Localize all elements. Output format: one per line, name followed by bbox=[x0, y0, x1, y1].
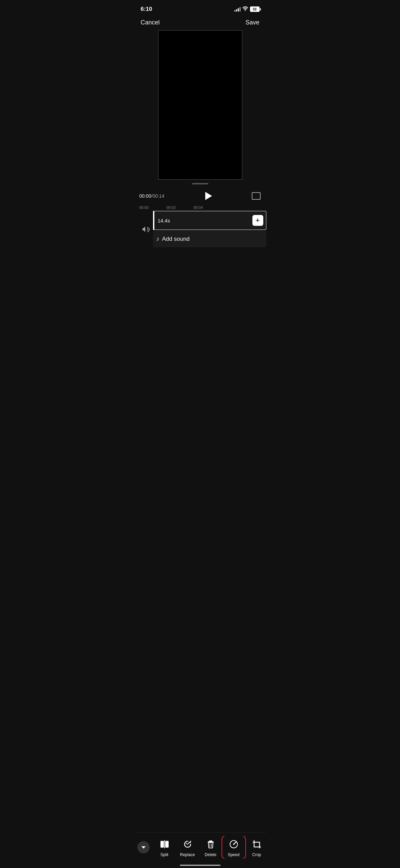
save-button[interactable]: Save bbox=[245, 19, 259, 26]
total-time: 00:14 bbox=[152, 193, 164, 199]
timestamp-ruler: 00:00 00:02 00:04 bbox=[134, 204, 266, 211]
timestamp-2: 00:04 bbox=[194, 205, 221, 210]
wifi-icon bbox=[243, 6, 248, 12]
status-bar: 6:10 59 bbox=[134, 0, 266, 16]
track-container: 14.4s + ♪ Add sound bbox=[153, 211, 266, 247]
track-duration: 14.4s bbox=[158, 218, 170, 223]
play-icon bbox=[205, 192, 212, 200]
video-preview-container bbox=[134, 30, 266, 180]
playhead bbox=[153, 211, 154, 230]
music-note-icon: ♪ bbox=[156, 235, 159, 242]
add-sound-label: Add sound bbox=[162, 236, 190, 242]
current-time: 00:00 bbox=[139, 193, 151, 199]
progress-indicator bbox=[134, 183, 266, 184]
play-button[interactable] bbox=[201, 189, 215, 203]
add-sound-track[interactable]: ♪ Add sound bbox=[153, 231, 266, 247]
status-icons: 59 bbox=[234, 6, 260, 12]
volume-icon[interactable] bbox=[139, 211, 153, 247]
fullscreen-icon[interactable] bbox=[252, 192, 261, 200]
battery-icon: 59 bbox=[250, 6, 260, 12]
signal-icon bbox=[234, 7, 241, 12]
status-time: 6:10 bbox=[141, 6, 152, 13]
track-add-button[interactable]: + bbox=[252, 215, 263, 226]
video-track[interactable]: 14.4s + bbox=[153, 211, 266, 230]
timestamp-1: 00:02 bbox=[167, 205, 194, 210]
top-navigation: Cancel Save bbox=[134, 16, 266, 30]
timestamp-0: 00:00 bbox=[139, 205, 167, 210]
timeline-area: 14.4s + ♪ Add sound bbox=[134, 211, 266, 247]
progress-pill bbox=[192, 183, 208, 184]
playback-controls: 00:00/00:14 bbox=[134, 188, 266, 204]
time-display: 00:00/00:14 bbox=[139, 193, 165, 199]
cancel-button[interactable]: Cancel bbox=[141, 19, 160, 26]
video-preview[interactable] bbox=[158, 30, 242, 180]
